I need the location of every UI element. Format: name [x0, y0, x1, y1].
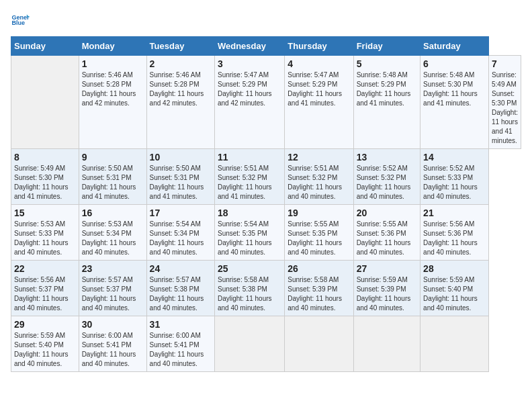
day-number: 8 [14, 152, 76, 163]
calendar-day-cell: 10Sunrise: 5:50 AMSunset: 5:31 PMDayligh… [146, 149, 214, 205]
weekday-header: Tuesday [146, 37, 214, 56]
calendar-week-row: 1Sunrise: 5:46 AMSunset: 5:28 PMDaylight… [11, 56, 521, 149]
day-info: Sunrise: 5:51 AMSunset: 5:32 PMDaylight:… [287, 164, 350, 201]
day-info: Sunrise: 5:58 AMSunset: 5:39 PMDaylight:… [287, 275, 350, 313]
calendar-day-cell: 26Sunrise: 5:58 AMSunset: 5:39 PMDayligh… [285, 261, 353, 316]
day-info: Sunrise: 5:53 AMSunset: 5:33 PMDaylight:… [14, 220, 76, 257]
weekday-header: Wednesday [214, 37, 284, 56]
day-number: 7 [492, 58, 518, 69]
day-number: 6 [423, 58, 486, 69]
day-number: 20 [357, 208, 417, 218]
day-number: 17 [150, 208, 212, 218]
day-number: 27 [357, 263, 417, 274]
day-info: Sunrise: 5:59 AMSunset: 5:40 PMDaylight:… [423, 275, 486, 313]
calendar-week-row: 15Sunrise: 5:53 AMSunset: 5:33 PMDayligh… [11, 205, 521, 261]
day-info: Sunrise: 5:55 AMSunset: 5:36 PMDaylight:… [357, 220, 417, 257]
calendar-week-row: 29Sunrise: 5:59 AMSunset: 5:40 PMDayligh… [11, 316, 521, 372]
calendar-day-cell [353, 316, 420, 372]
weekday-header: Sunday [11, 37, 79, 56]
day-info: Sunrise: 5:49 AMSunset: 5:30 PMDaylight:… [14, 164, 76, 201]
day-info: Sunrise: 5:57 AMSunset: 5:37 PMDaylight:… [82, 275, 144, 313]
day-number: 21 [423, 208, 486, 218]
day-number: 16 [82, 208, 144, 218]
day-number: 19 [287, 208, 350, 218]
day-number: 15 [14, 208, 76, 218]
day-info: Sunrise: 5:51 AMSunset: 5:32 PMDaylight:… [218, 164, 281, 201]
day-info: Sunrise: 5:49 AMSunset: 5:30 PMDaylight:… [492, 71, 518, 146]
calendar-header-row: SundayMondayTuesdayWednesdayThursdayFrid… [11, 37, 521, 56]
calendar-day-cell: 12Sunrise: 5:51 AMSunset: 5:32 PMDayligh… [285, 149, 353, 205]
day-info: Sunrise: 6:00 AMSunset: 5:41 PMDaylight:… [82, 331, 144, 369]
day-info: Sunrise: 5:59 AMSunset: 5:40 PMDaylight:… [14, 331, 76, 369]
day-number: 26 [287, 263, 350, 274]
calendar-day-cell: 17Sunrise: 5:54 AMSunset: 5:34 PMDayligh… [146, 205, 214, 261]
calendar-day-cell: 31Sunrise: 6:00 AMSunset: 5:41 PMDayligh… [146, 316, 214, 372]
calendar-day-cell: 8Sunrise: 5:49 AMSunset: 5:30 PMDaylight… [11, 149, 79, 205]
day-number: 31 [150, 319, 212, 330]
day-number: 13 [357, 152, 417, 163]
weekday-header: Saturday [420, 37, 489, 56]
calendar-day-cell: 14Sunrise: 5:52 AMSunset: 5:33 PMDayligh… [420, 149, 489, 205]
calendar-day-cell: 2Sunrise: 5:46 AMSunset: 5:28 PMDaylight… [146, 56, 214, 149]
logo: General Blue [11, 11, 30, 30]
page-header: General Blue [11, 11, 521, 30]
day-number: 2 [150, 58, 212, 69]
day-number: 11 [218, 152, 281, 163]
day-info: Sunrise: 5:54 AMSunset: 5:34 PMDaylight:… [150, 220, 212, 257]
calendar-day-cell: 27Sunrise: 5:59 AMSunset: 5:39 PMDayligh… [353, 261, 420, 316]
day-info: Sunrise: 5:54 AMSunset: 5:35 PMDaylight:… [218, 220, 281, 257]
day-info: Sunrise: 5:53 AMSunset: 5:34 PMDaylight:… [82, 220, 144, 257]
weekday-header: Monday [79, 37, 146, 56]
calendar-day-cell: 19Sunrise: 5:55 AMSunset: 5:35 PMDayligh… [285, 205, 353, 261]
day-number: 22 [14, 263, 76, 274]
calendar-day-cell: 22Sunrise: 5:56 AMSunset: 5:37 PMDayligh… [11, 261, 79, 316]
calendar-day-cell: 18Sunrise: 5:54 AMSunset: 5:35 PMDayligh… [214, 205, 284, 261]
day-info: Sunrise: 6:00 AMSunset: 5:41 PMDaylight:… [150, 331, 212, 369]
day-info: Sunrise: 5:47 AMSunset: 5:29 PMDaylight:… [287, 71, 350, 108]
calendar-day-cell [11, 56, 79, 149]
day-number: 18 [218, 208, 281, 218]
day-number: 24 [150, 263, 212, 274]
calendar-day-cell: 29Sunrise: 5:59 AMSunset: 5:40 PMDayligh… [11, 316, 79, 372]
calendar-day-cell: 23Sunrise: 5:57 AMSunset: 5:37 PMDayligh… [79, 261, 146, 316]
calendar-day-cell: 24Sunrise: 5:57 AMSunset: 5:38 PMDayligh… [146, 261, 214, 316]
svg-text:Blue: Blue [11, 19, 25, 26]
calendar-day-cell [285, 316, 353, 372]
calendar-day-cell: 11Sunrise: 5:51 AMSunset: 5:32 PMDayligh… [214, 149, 284, 205]
day-number: 25 [218, 263, 281, 274]
calendar-day-cell: 3Sunrise: 5:47 AMSunset: 5:29 PMDaylight… [214, 56, 284, 149]
day-number: 23 [82, 263, 144, 274]
calendar-week-row: 8Sunrise: 5:49 AMSunset: 5:30 PMDaylight… [11, 149, 521, 205]
calendar-day-cell: 30Sunrise: 6:00 AMSunset: 5:41 PMDayligh… [79, 316, 146, 372]
calendar-day-cell [420, 316, 489, 372]
calendar-table: SundayMondayTuesdayWednesdayThursdayFrid… [11, 36, 521, 372]
day-info: Sunrise: 5:56 AMSunset: 5:36 PMDaylight:… [423, 220, 486, 257]
day-number: 1 [82, 58, 144, 69]
calendar-day-cell [214, 316, 284, 372]
day-info: Sunrise: 5:50 AMSunset: 5:31 PMDaylight:… [150, 164, 212, 201]
calendar-day-cell: 7Sunrise: 5:49 AMSunset: 5:30 PMDaylight… [489, 56, 521, 149]
calendar-week-row: 22Sunrise: 5:56 AMSunset: 5:37 PMDayligh… [11, 261, 521, 316]
day-number: 12 [287, 152, 350, 163]
day-info: Sunrise: 5:52 AMSunset: 5:32 PMDaylight:… [357, 164, 417, 201]
calendar-day-cell: 16Sunrise: 5:53 AMSunset: 5:34 PMDayligh… [79, 205, 146, 261]
weekday-header: Thursday [285, 37, 353, 56]
day-number: 5 [357, 58, 417, 69]
calendar-day-cell: 25Sunrise: 5:58 AMSunset: 5:38 PMDayligh… [214, 261, 284, 316]
day-info: Sunrise: 5:48 AMSunset: 5:29 PMDaylight:… [357, 71, 417, 108]
calendar-day-cell: 13Sunrise: 5:52 AMSunset: 5:32 PMDayligh… [353, 149, 420, 205]
day-info: Sunrise: 5:46 AMSunset: 5:28 PMDaylight:… [150, 71, 212, 108]
calendar-day-cell: 4Sunrise: 5:47 AMSunset: 5:29 PMDaylight… [285, 56, 353, 149]
calendar-day-cell: 15Sunrise: 5:53 AMSunset: 5:33 PMDayligh… [11, 205, 79, 261]
day-number: 4 [287, 58, 350, 69]
day-number: 3 [218, 58, 281, 69]
calendar-day-cell: 20Sunrise: 5:55 AMSunset: 5:36 PMDayligh… [353, 205, 420, 261]
day-number: 14 [423, 152, 486, 163]
day-info: Sunrise: 5:50 AMSunset: 5:31 PMDaylight:… [82, 164, 144, 201]
day-number: 30 [82, 319, 144, 330]
day-info: Sunrise: 5:55 AMSunset: 5:35 PMDaylight:… [287, 220, 350, 257]
day-number: 9 [82, 152, 144, 163]
day-info: Sunrise: 5:52 AMSunset: 5:33 PMDaylight:… [423, 164, 486, 201]
day-info: Sunrise: 5:57 AMSunset: 5:38 PMDaylight:… [150, 275, 212, 313]
day-number: 28 [423, 263, 486, 274]
